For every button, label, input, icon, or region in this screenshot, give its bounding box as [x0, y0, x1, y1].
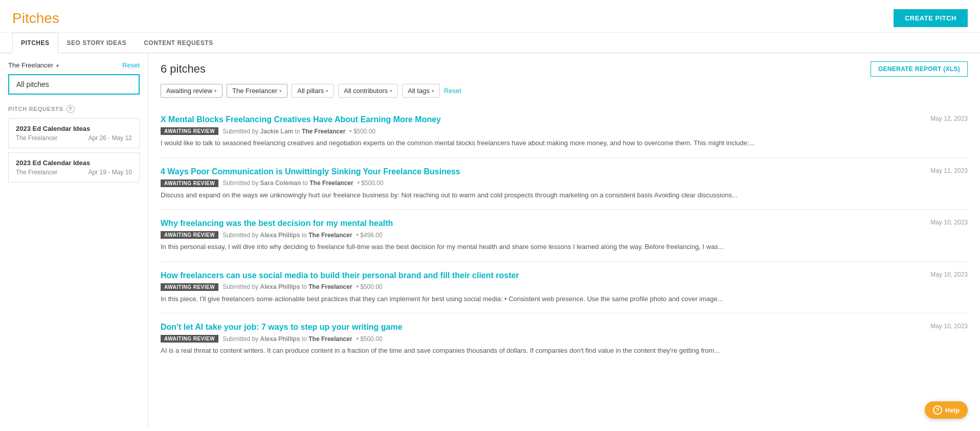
help-label: Help — [945, 406, 960, 414]
generate-report-button[interactable]: GENERATE REPORT (XLS) — [871, 61, 968, 77]
pitch-price-3: • $496.00 — [357, 232, 383, 239]
pitch-author-5: Alexa Phillips — [260, 335, 300, 343]
pitch-meta-row-3: AWAITING REVIEW Submitted by Alexa Phill… — [161, 231, 968, 239]
sidebar-reset-link[interactable]: Reset — [122, 61, 140, 69]
awaiting-badge-3: AWAITING REVIEW — [161, 231, 218, 239]
pitch-request-pub-1: The Freelancer — [16, 134, 57, 142]
pitch-description-5: AI is a real threat to content writers. … — [161, 346, 968, 356]
pitch-request-title-1: 2023 Ed Calendar Ideas — [16, 125, 132, 132]
pitch-request-card-2[interactable]: 2023 Ed Calendar Ideas The Freelancer Ap… — [8, 152, 140, 183]
pitch-price-5: • $500.00 — [357, 335, 383, 343]
pitch-meta-row-1: AWAITING REVIEW Submitted by Jackie Lam … — [161, 127, 968, 135]
filter-row: Awaiting review ▾ The Freelancer ▾ All p… — [161, 84, 968, 98]
pitch-title-3[interactable]: Why freelancing was the best decision fo… — [161, 219, 922, 228]
pitch-pub-2: The Freelancer — [309, 179, 353, 187]
all-pillars-arrow: ▾ — [326, 88, 328, 94]
awaiting-badge-2: AWAITING REVIEW — [161, 179, 218, 187]
pitch-meta-row-5: AWAITING REVIEW Submitted by Alexa Phill… — [161, 335, 968, 343]
pitch-date-5: May 10, 2023 — [930, 323, 968, 330]
content-header: 6 pitches GENERATE REPORT (XLS) — [161, 61, 968, 77]
pitch-request-pub-2: The Freelancer — [16, 169, 57, 176]
help-circle-icon: ? — [933, 405, 942, 415]
pitch-meta-row-2: AWAITING REVIEW Submitted by Sara Colema… — [161, 179, 968, 187]
pitch-pub-3: The Freelancer — [308, 232, 352, 239]
help-button[interactable]: ? Help — [925, 401, 968, 419]
pitch-price-4: • $500.00 — [357, 283, 383, 290]
pitch-description-1: I would like to talk to seasoned freelan… — [161, 138, 968, 148]
pitch-request-meta-1: The Freelancer Apr 26 - May 12 — [16, 134, 132, 142]
page-header: Pitches CREATE PITCH — [0, 0, 980, 33]
create-pitch-button[interactable]: CREATE PITCH — [894, 9, 968, 27]
pitch-top-row-3: Why freelancing was the best decision fo… — [161, 219, 968, 228]
sidebar-publication-filter[interactable]: The Freelancer ▾ — [8, 61, 59, 69]
pitch-top-row-2: 4 Ways Poor Communication is Unwittingly… — [161, 167, 968, 176]
pitch-submission-3: Submitted by Alexa Phillips to The Freel… — [222, 232, 352, 239]
all-tags-arrow: ▾ — [432, 88, 434, 94]
filter-reset-link[interactable]: Reset — [444, 87, 461, 95]
filter-all-pillars[interactable]: All pillars ▾ — [292, 84, 334, 98]
pitch-title-4[interactable]: How freelancers can use social media to … — [161, 271, 922, 280]
all-pitches-box[interactable]: All pitches — [8, 74, 140, 95]
tab-seo-story-ideas[interactable]: SEO STORY IDEAS — [58, 33, 136, 53]
pitch-title-1[interactable]: X Mental Blocks Freelancing Creatives Ha… — [161, 115, 922, 124]
pitch-author-2: Sara Coleman — [260, 179, 301, 187]
pitch-request-title-2: 2023 Ed Calendar Ideas — [16, 159, 132, 167]
pitch-item-1: X Mental Blocks Freelancing Creatives Ha… — [161, 106, 968, 158]
awaiting-badge-4: AWAITING REVIEW — [161, 283, 218, 291]
pitch-pub-4: The Freelancer — [308, 283, 352, 290]
pitch-request-date-1: Apr 26 - May 12 — [88, 134, 132, 142]
filter-all-tags[interactable]: All tags ▾ — [402, 84, 440, 98]
pitch-date-3: May 10, 2023 — [930, 219, 968, 226]
tab-pitches[interactable]: PITCHES — [12, 33, 58, 53]
tabs-bar: PITCHES SEO STORY IDEAS CONTENT REQUESTS — [0, 33, 980, 53]
pitch-date-4: May 10, 2023 — [930, 271, 968, 278]
sidebar-filter-row: The Freelancer ▾ Reset — [8, 61, 140, 69]
pitch-date-1: May 12, 2023 — [930, 115, 968, 122]
awaiting-badge-1: AWAITING REVIEW — [161, 127, 218, 135]
sidebar: The Freelancer ▾ Reset All pitches PITCH… — [0, 53, 148, 428]
pitch-top-row-4: How freelancers can use social media to … — [161, 271, 968, 280]
pitch-top-row-1: X Mental Blocks Freelancing Creatives Ha… — [161, 115, 968, 124]
pitch-price-1: • $500.00 — [349, 128, 375, 135]
pitch-author-3: Alexa Phillips — [260, 232, 300, 239]
pitch-top-row-5: Don't let AI take your job: 7 ways to st… — [161, 323, 968, 332]
tab-content-requests[interactable]: CONTENT REQUESTS — [135, 33, 221, 53]
pitch-item-2: 4 Ways Poor Communication is Unwittingly… — [161, 158, 968, 210]
pitch-title-2[interactable]: 4 Ways Poor Communication is Unwittingly… — [161, 167, 922, 176]
pitch-description-4: In this piece, I'll give freelancers som… — [161, 294, 968, 304]
pitch-pub-5: The Freelancer — [308, 335, 352, 343]
pitch-submission-5: Submitted by Alexa Phillips to The Freel… — [222, 335, 352, 343]
pitches-count: 6 pitches — [161, 62, 206, 76]
awaiting-review-arrow: ▾ — [214, 88, 217, 94]
pitch-submission-4: Submitted by Alexa Phillips to The Freel… — [222, 283, 352, 290]
pitch-request-date-2: Apr 19 - May 10 — [88, 169, 132, 176]
content-area: 6 pitches GENERATE REPORT (XLS) Awaiting… — [148, 53, 980, 428]
pitch-request-meta-2: The Freelancer Apr 19 - May 10 — [16, 169, 132, 176]
pitch-meta-row-4: AWAITING REVIEW Submitted by Alexa Phill… — [161, 283, 968, 291]
main-layout: The Freelancer ▾ Reset All pitches PITCH… — [0, 53, 980, 428]
pitch-request-card-1[interactable]: 2023 Ed Calendar Ideas The Freelancer Ap… — [8, 118, 140, 148]
pitch-author-4: Alexa Phillips — [260, 283, 300, 290]
pitch-submission-2: Submitted by Sara Coleman to The Freelan… — [222, 179, 353, 187]
filter-awaiting-review[interactable]: Awaiting review ▾ — [161, 84, 222, 98]
pitch-submission-1: Submitted by Jackie Lam to The Freelance… — [222, 128, 345, 135]
publication-filter-arrow: ▾ — [279, 88, 282, 94]
pitch-item-3: Why freelancing was the best decision fo… — [161, 210, 968, 262]
awaiting-badge-5: AWAITING REVIEW — [161, 335, 218, 343]
all-contributors-arrow: ▾ — [390, 88, 392, 94]
pitch-requests-help-icon[interactable]: ? — [66, 105, 75, 113]
pitch-author-1: Jackie Lam — [260, 128, 294, 135]
pitch-price-2: • $500.00 — [358, 179, 384, 187]
pitch-description-3: In this personal essay, I will dive into… — [161, 242, 968, 252]
pitch-description-2: Discuss and expand on the ways we unknow… — [161, 190, 968, 200]
filter-all-contributors[interactable]: All contributors ▾ — [338, 84, 398, 98]
pitch-list: X Mental Blocks Freelancing Creatives Ha… — [161, 106, 968, 365]
filter-publication[interactable]: The Freelancer ▾ — [227, 84, 287, 98]
pitch-item-5: Don't let AI take your job: 7 ways to st… — [161, 313, 968, 365]
sidebar-filter-arrow: ▾ — [56, 63, 59, 69]
pitch-item-4: How freelancers can use social media to … — [161, 262, 968, 314]
pitch-title-5[interactable]: Don't let AI take your job: 7 ways to st… — [161, 323, 922, 332]
pitch-date-2: May 11, 2023 — [930, 167, 968, 174]
page-title: Pitches — [12, 10, 59, 27]
pitch-pub-1: The Freelancer — [302, 128, 345, 135]
